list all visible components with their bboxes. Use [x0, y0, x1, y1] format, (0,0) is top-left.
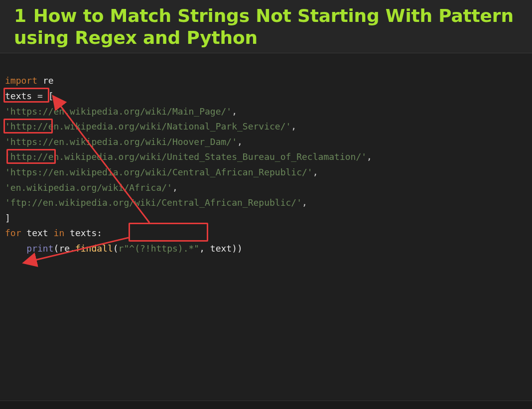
- close-bracket: ]: [5, 213, 10, 223]
- keyword-for: for: [5, 228, 21, 238]
- args-sep: ,: [199, 243, 210, 254]
- url-string-5: 'en.wikipedia.org/wiki/Africa/': [5, 182, 172, 193]
- url-string-1: 'http://en.wikipedia.org/wiki/National_P…: [5, 121, 291, 132]
- keyword-in: in: [54, 228, 65, 238]
- print-call: print: [26, 243, 53, 254]
- heading-number: 1: [14, 5, 33, 26]
- indent: [5, 243, 26, 254]
- open-bracket: [: [48, 91, 54, 101]
- keyword-import: import: [5, 75, 37, 86]
- regex-box: [129, 223, 208, 242]
- call-open: (re.: [54, 243, 75, 254]
- module-name: re: [43, 75, 54, 86]
- notebook-frame: { "heading": { "number": "1", "title": "…: [0, 0, 532, 409]
- heading-text: 1How to Match Strings Not Starting With …: [14, 5, 518, 49]
- findall-fn: findall: [75, 243, 113, 254]
- url-string-4: 'https://en.wikipedia.org/wiki/Central_A…: [5, 167, 313, 177]
- raw-prefix: r: [119, 243, 124, 254]
- regex-literal: "^(?!https).*": [124, 243, 199, 254]
- url-string-6: 'ftp://en.wikipedia.org/wiki/Central_Afr…: [5, 197, 302, 208]
- var-texts: texts: [5, 91, 32, 101]
- url-string-0: 'https://en.wikipedia.org/wiki/Main_Page…: [5, 106, 232, 117]
- heading-title: How to Match Strings Not Starting With P…: [14, 5, 514, 48]
- code-cell-1[interactable]: import re texts = [ 'https://en.wikipedi…: [0, 53, 532, 401]
- url-string-3: 'http://en.wikipedia.org/wiki/United_Sta…: [5, 151, 367, 162]
- url-string-2: 'https://en.wikipedia.org/wiki/Hoover_Da…: [5, 136, 237, 147]
- args-open: (: [113, 243, 119, 254]
- loop-collection: texts:: [70, 228, 102, 238]
- equals-sign: =: [37, 91, 43, 101]
- output-cell-1: [] ['http://en.wikipedia.org/wiki/Nation…: [0, 401, 532, 409]
- markdown-cell-heading: 1How to Match Strings Not Starting With …: [0, 0, 532, 53]
- args-close: text)): [210, 243, 243, 254]
- loop-var: text: [26, 228, 48, 238]
